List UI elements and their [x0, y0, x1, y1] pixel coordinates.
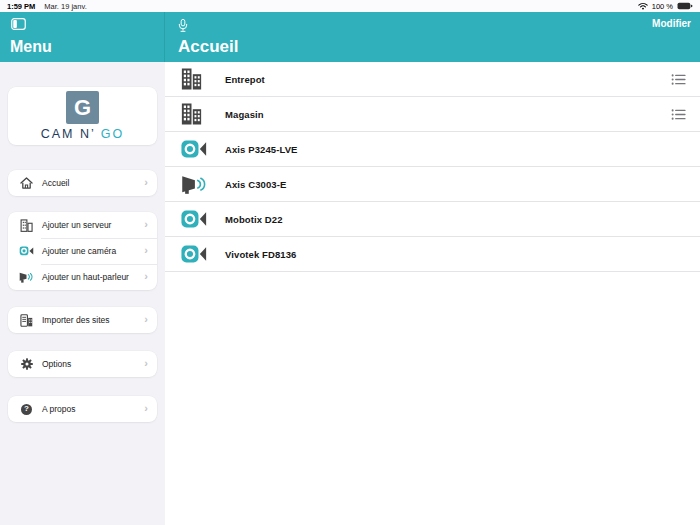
list-bullet-icon[interactable] [671, 74, 686, 85]
logo-wordmark: CAM N’ GO [41, 127, 125, 141]
logo-monogram: G [74, 97, 91, 119]
chevron-right-icon: › [144, 314, 148, 326]
list-item-label: Axis C3003-E [225, 179, 286, 190]
sidebar-card-import: Importer des sites › [8, 307, 157, 333]
chevron-right-icon: › [144, 245, 148, 257]
chevron-right-icon: › [144, 403, 148, 415]
sidebar-body: G CAM N’ GO Accueil [0, 62, 165, 525]
sidebar-item-ajouter-haut-parleur[interactable]: Ajouter un haut-parleur › [8, 264, 157, 290]
main-header: Modifier Accueil [165, 12, 700, 62]
logo-text-secondary: GO [101, 127, 124, 141]
sidebar-item-label: Ajouter un haut-parleur [42, 272, 129, 282]
question-icon: ? [19, 404, 34, 415]
sidebar-item-label: A propos [42, 404, 76, 414]
app-body: Menu G CAM N’ GO [0, 12, 700, 525]
sidebar-item-importer-sites[interactable]: Importer des sites › [8, 307, 157, 333]
page-title: Accueil [178, 38, 691, 55]
app-screen: 1:59 PM Mar. 19 janv. 100 % [0, 0, 700, 525]
sidebar-title: Menu [10, 39, 154, 55]
list-item-label: Vivotek FD8136 [225, 249, 296, 260]
list-item-label: Magasin [225, 109, 264, 120]
building-icon [19, 219, 34, 232]
import-sites-icon [19, 314, 34, 327]
list-bullet-icon[interactable] [671, 109, 686, 120]
camera-icon [181, 210, 211, 228]
device-list: Entrepot [165, 62, 700, 525]
main-content: Modifier Accueil [165, 12, 700, 525]
sidebar-card-accueil: Accueil › [8, 170, 157, 196]
status-time: 1:59 PM [7, 2, 35, 11]
list-item-camera[interactable]: Mobotix D22 [165, 202, 700, 237]
sidebar-item-label: Ajouter une caméra [42, 246, 116, 256]
buildings-icon [181, 103, 211, 125]
sidebar-card-add-group: Ajouter un serveur › Ajouter une caméra [8, 212, 157, 290]
edit-button[interactable]: Modifier [652, 18, 691, 29]
list-item-speaker[interactable]: Axis C3003-E [165, 167, 700, 202]
battery-icon [677, 2, 693, 10]
list-item-label: Mobotix D22 [225, 214, 283, 225]
microphone-icon[interactable] [178, 18, 188, 33]
home-icon [19, 177, 34, 189]
camera-icon [19, 246, 34, 256]
camera-icon [181, 245, 211, 263]
buildings-icon [181, 68, 211, 90]
sidebar: Menu G CAM N’ GO [0, 12, 165, 525]
camera-icon [181, 140, 211, 158]
sidebar-item-label: Accueil [42, 178, 69, 188]
list-item-camera[interactable]: Vivotek FD8136 [165, 237, 700, 272]
status-bar-left: 1:59 PM Mar. 19 janv. [7, 2, 87, 11]
sidebar-card-apropos: ? A propos › [8, 396, 157, 422]
chevron-right-icon: › [144, 177, 148, 189]
list-item-magasin[interactable]: Magasin [165, 97, 700, 132]
sidebar-card-options: Options › [8, 351, 157, 377]
chevron-right-icon: › [144, 219, 148, 231]
status-bar: 1:59 PM Mar. 19 janv. 100 % [0, 0, 700, 12]
main-header-top: Modifier [178, 18, 691, 33]
sidebar-item-options[interactable]: Options › [8, 351, 157, 377]
sidebar-item-label: Ajouter un serveur [42, 220, 111, 230]
sidebar-item-label: Importer des sites [42, 315, 110, 325]
logo-card: G CAM N’ GO [8, 87, 157, 145]
list-item-label: Axis P3245-LVE [225, 144, 298, 155]
status-bar-right: 100 % [638, 2, 693, 11]
logo-monogram-icon: G [66, 91, 99, 124]
chevron-right-icon: › [144, 358, 148, 370]
chevron-right-icon: › [144, 271, 148, 283]
megaphone-icon [19, 272, 34, 283]
list-item-label: Entrepot [225, 74, 265, 85]
status-date: Mar. 19 janv. [44, 2, 86, 11]
sidebar-header: Menu [0, 12, 165, 62]
sidebar-item-ajouter-serveur[interactable]: Ajouter un serveur › [8, 212, 157, 238]
sidebar-item-label: Options [42, 359, 71, 369]
gear-icon [19, 358, 34, 370]
sidebar-item-ajouter-camera[interactable]: Ajouter une caméra › [8, 238, 157, 264]
list-item-camera[interactable]: Axis P3245-LVE [165, 132, 700, 167]
wifi-icon [638, 2, 648, 10]
megaphone-icon [181, 175, 211, 194]
sidebar-item-accueil[interactable]: Accueil › [8, 170, 157, 196]
sidebar-item-a-propos[interactable]: ? A propos › [8, 396, 157, 422]
battery-percent: 100 % [652, 2, 673, 11]
list-item-entrepot[interactable]: Entrepot [165, 62, 700, 97]
logo-text-primary: CAM N’ [41, 127, 96, 141]
sidebar-toggle-icon[interactable] [10, 18, 26, 30]
